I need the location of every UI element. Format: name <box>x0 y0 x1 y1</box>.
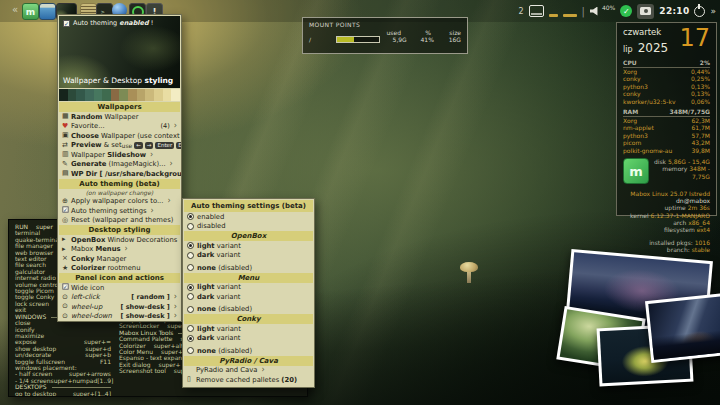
radio-on-icon <box>187 242 194 249</box>
uptime-value: 2m 36s <box>688 204 710 211</box>
wrench-icon: × <box>62 254 71 263</box>
menu-item-preview-and-set[interactable]: ⇄Preview & setuse←→EnterEsc <box>58 141 181 151</box>
menu-item-reset-wallpaper-themes[interactable]: ◎Reset (wallpaper and themes) <box>58 216 181 226</box>
menu-header-title: Wallpaper & Desktop styling <box>63 76 173 85</box>
year: 2025 <box>638 41 669 55</box>
menu-item-mabox-menus[interactable]: ▸Mabox Menus› <box>58 245 181 255</box>
menu-item-left-click-action[interactable]: ⊙left-click[ random ]› <box>58 293 181 303</box>
menu-item-favorite-wallpapers[interactable]: ♥Favorite...(4)› <box>58 122 181 132</box>
menu-item-menu-light-variant[interactable]: light variant <box>183 283 314 293</box>
menu-item-label: Remove cached palletes (20) <box>196 376 297 384</box>
month: lip <box>623 45 633 54</box>
power-icon[interactable] <box>694 6 705 17</box>
palette-swatch <box>102 89 111 101</box>
menu-item-openbox-light-variant[interactable]: light variant <box>183 241 314 251</box>
menu-item-label: Random Wallpaper <box>71 113 138 121</box>
radio-off-icon <box>187 264 194 271</box>
mount-row: / 5,9G 41% 16G <box>309 36 461 43</box>
screenshot-tray-icon[interactable] <box>637 4 654 19</box>
menu-item-menu-none[interactable]: none (disabled) <box>183 305 314 315</box>
menu-item-choose-wallpaper[interactable]: ▣Choose Wallpaper (use context menu) <box>58 131 181 141</box>
menu-item-wallpaper-slideshow[interactable]: ▥Wallpaper Slideshow› <box>58 150 181 160</box>
menu-item-conky-dark-variant[interactable]: dark variant <box>183 334 314 344</box>
process-name: polkit-gnome-au <box>623 147 672 154</box>
menu-item-openbox-dark-variant[interactable]: dark variant <box>183 251 314 261</box>
menu-item-value: (4) <box>161 122 170 130</box>
menu-item-wheel-down-action[interactable]: ⊙wheel-down[ show-desk ]› <box>58 312 181 322</box>
panel-overflow-right[interactable]: » <box>710 6 716 16</box>
panel-overflow-left[interactable]: « <box>12 4 18 16</box>
file-manager-icon[interactable] <box>39 3 56 20</box>
desktop[interactable]: « m >_ ! 2 | 40% ✓ 22:10 » MOUNT POINTS … <box>0 0 720 405</box>
section-openbox: OpenBox <box>184 231 313 241</box>
radio-off-icon <box>187 306 194 313</box>
keybind-item[interactable]: go to desktopsuper+[1..4] <box>15 391 111 397</box>
section-menu: Menu <box>184 273 313 283</box>
menu-item-theming-disabled[interactable]: disabled <box>183 222 314 232</box>
weekday: czwartek <box>623 27 668 37</box>
menu-item-wide-icon[interactable]: ✓Wide icon <box>58 283 181 293</box>
menu-item-label: Colorizer rootmenu <box>71 264 140 272</box>
menu-item-label: Mabox Menus <box>71 245 121 253</box>
process-row: Xorg0,44% <box>623 68 710 75</box>
process-row: kworker/u32:5-kv0,06% <box>623 98 710 105</box>
workspace-indicator[interactable]: 2 <box>519 7 524 16</box>
menu-item-label: Favorite... <box>71 122 105 130</box>
process-row: conky0,25% <box>623 75 710 82</box>
menu-item-conky-none[interactable]: none (disabled) <box>183 346 314 356</box>
auto-theming-enabled-check[interactable]: ✓ Auto theming enabled ! <box>63 19 153 27</box>
panel-clock[interactable]: 22:10 <box>659 6 689 16</box>
checkbox-icon: ✓ <box>62 206 71 215</box>
process-name: python3 <box>623 83 648 90</box>
palette-swatch <box>171 89 180 101</box>
process-value: 0,06% <box>691 98 710 105</box>
conky-date: czwartek lip 2025 17 <box>623 27 710 56</box>
process-value: 61,7M <box>691 124 710 131</box>
menu-item-remove-cached-palletes[interactable]: ▯Remove cached palletes (20) <box>183 375 314 385</box>
menu-item-label: dark variant <box>197 334 241 342</box>
updates-ok-icon[interactable]: ✓ <box>620 5 632 17</box>
menu-item-conky-manager[interactable]: ×Conky Manager <box>58 254 181 264</box>
section-wallpapers: Wallpapers <box>59 102 180 112</box>
branch-value: stable <box>692 246 710 253</box>
menu-item-generate-imagemagick[interactable]: ✎Generate (ImageMagick)...› <box>58 160 181 170</box>
menu-subtext: (on wallpaper change) <box>58 189 181 197</box>
process-value: 0,25% <box>691 75 710 82</box>
menu-item-wp-dir[interactable]: ▤WP Dir [ /usr/share/backgrounds/ ]› <box>58 169 181 179</box>
section-conky: Conky <box>184 314 313 324</box>
menu-item-label: Choose Wallpaper (use context menu) <box>71 132 181 140</box>
menu-item-random-wallpaper[interactable]: ▦Random Wallpaper <box>58 112 181 122</box>
section-pyradio-cava: PyRadio / Cava <box>184 356 313 366</box>
branch-label: branch: <box>667 246 690 253</box>
show-desktop-icon[interactable] <box>529 5 544 17</box>
menu-item-pyradio-and-cava[interactable]: PyRadio and Cava› <box>183 366 314 376</box>
menu-item-wheel-up-action[interactable]: ⊙wheel-up[ show-desk ]› <box>58 302 181 312</box>
radio-on-icon <box>187 213 194 220</box>
menu-item-menu-dark-variant[interactable]: dark variant <box>183 292 314 302</box>
menu-item-label: light variant <box>197 325 241 333</box>
section-desktop-styling: Desktop styling <box>59 225 180 235</box>
disk-value: 5,86G - 15,4G <box>668 158 710 165</box>
volume-icon[interactable] <box>590 7 601 16</box>
mabox-menu-icon[interactable]: m <box>22 3 39 20</box>
palette-swatch <box>68 89 77 101</box>
col-pct: % <box>401 29 431 36</box>
checkbox-icon: ✓ <box>62 283 71 292</box>
menu-item-openbox-window-decorations[interactable]: ▸OpenBox Window Decorations› <box>58 235 181 245</box>
radio-off-icon <box>187 347 194 354</box>
task-indicator[interactable] <box>563 14 577 17</box>
menu-item-colorizer-rootmenu[interactable]: ★Colorizer rootmenu <box>58 264 181 274</box>
menu-item-label: light variant <box>197 242 241 250</box>
menu-item-openbox-none[interactable]: none (disabled) <box>183 263 314 273</box>
menu-item-label: left-click <box>71 293 100 301</box>
menu-item-apply-wallpaper-colors[interactable]: ⊕Apply wallpaper colors to...› <box>58 197 181 207</box>
preview-icon: ⇄ <box>62 141 71 150</box>
task-indicator[interactable] <box>549 14 558 17</box>
menu-item-theming-enabled[interactable]: enabled <box>183 212 314 222</box>
menu-item-auto-theming-settings[interactable]: ✓Auto theming settings› <box>58 206 181 216</box>
auto-theming-settings-menu: Auto theming settings (beta)enableddisab… <box>182 198 315 388</box>
palette-swatch <box>154 89 163 101</box>
mount-path: / <box>309 36 336 43</box>
mount-points-conky: MOUNT POINTS used % size / 5,9G 41% 16G <box>302 17 468 54</box>
menu-item-conky-light-variant[interactable]: light variant <box>183 324 314 334</box>
